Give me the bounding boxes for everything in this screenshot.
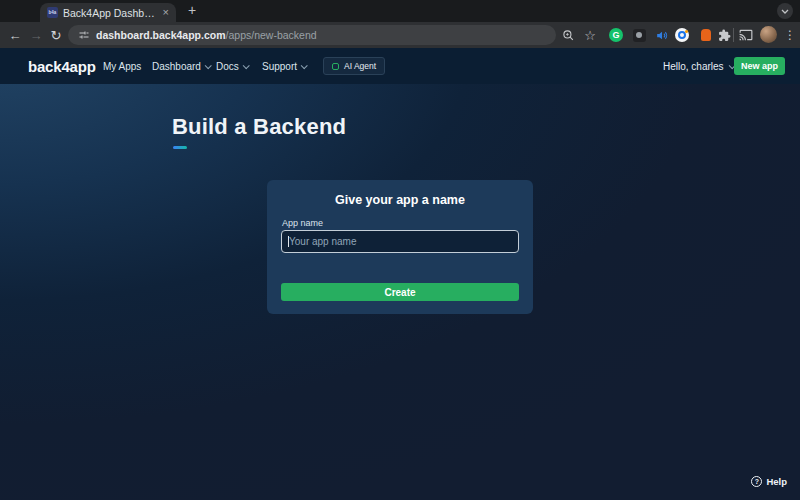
dark-square-extension-icon[interactable]	[631, 27, 647, 43]
toolbar-separator	[733, 28, 734, 42]
tab-strip: b4a Back4App Dashboard × +	[0, 0, 800, 22]
site-navbar: back4app My Apps Dashboard Docs Support …	[0, 48, 800, 84]
app-name-input-wrap	[281, 230, 519, 253]
favicon-back4app: b4a	[47, 7, 58, 18]
chevron-down-icon	[205, 62, 212, 69]
nav-item-support[interactable]: Support	[262, 48, 306, 84]
orange-figure-extension-icon[interactable]	[698, 27, 714, 43]
grammarly-extension-icon[interactable]: G	[608, 27, 624, 43]
app-name-label: App name	[282, 218, 323, 228]
page-content: Build a Backend Give your app a name App…	[0, 84, 800, 500]
create-button[interactable]: Create	[281, 283, 519, 301]
browser-toolbar: ← → ↻ dashboard.back4app.com/apps/new-ba…	[0, 22, 800, 48]
profile-avatar[interactable]	[760, 26, 777, 43]
chevron-down-icon	[781, 9, 789, 14]
blue-audio-extension-icon[interactable]	[653, 27, 669, 43]
extensions-puzzle-icon[interactable]	[716, 27, 732, 43]
text-caret	[288, 236, 289, 247]
help-icon: ?	[751, 476, 762, 487]
bookmark-star-icon[interactable]: ☆	[582, 27, 598, 43]
card-title: Give your app a name	[267, 193, 533, 207]
user-menu[interactable]: Hello, charles	[663, 48, 734, 84]
nav-item-docs[interactable]: Docs	[216, 48, 248, 84]
browser-menu-icon[interactable]: ⋮	[782, 27, 798, 43]
help-button[interactable]: ? Help	[751, 476, 787, 487]
nav-item-dashboard[interactable]: Dashboard	[152, 48, 210, 84]
cast-icon[interactable]	[738, 27, 754, 43]
reload-icon[interactable]: ↻	[47, 22, 65, 48]
white-circle-extension-icon[interactable]	[674, 27, 690, 43]
browser-window: b4a Back4App Dashboard × + ← → ↻ dashboa…	[0, 0, 800, 500]
zoom-page-icon[interactable]	[560, 27, 576, 43]
title-underline	[173, 146, 187, 149]
browser-tab[interactable]: b4a Back4App Dashboard ×	[40, 3, 176, 22]
address-bar[interactable]: dashboard.back4app.com/apps/new-backend	[68, 25, 556, 45]
tab-search-button[interactable]	[777, 3, 793, 19]
page-title: Build a Backend	[172, 114, 346, 140]
new-app-button[interactable]: New app	[734, 57, 785, 75]
url-path: /apps/new-backend	[226, 29, 317, 41]
ai-agent-icon	[332, 63, 339, 70]
site-settings-icon[interactable]	[78, 29, 90, 41]
forward-icon[interactable]: →	[27, 22, 45, 48]
app-name-input[interactable]	[281, 230, 519, 253]
ai-agent-button[interactable]: AI Agent	[323, 57, 385, 75]
chevron-down-icon	[242, 62, 249, 69]
back4app-logo[interactable]: back4app	[28, 48, 96, 84]
nav-item-my-apps[interactable]: My Apps	[103, 48, 141, 84]
tab-title: Back4App Dashboard	[63, 7, 158, 19]
url-host: dashboard.back4app.com	[96, 29, 226, 41]
new-tab-button[interactable]: +	[184, 2, 200, 19]
close-tab-icon[interactable]: ×	[163, 7, 169, 18]
app-name-card: Give your app a name App name Create	[267, 180, 533, 314]
back-icon[interactable]: ←	[6, 22, 24, 48]
chevron-down-icon	[301, 62, 308, 69]
